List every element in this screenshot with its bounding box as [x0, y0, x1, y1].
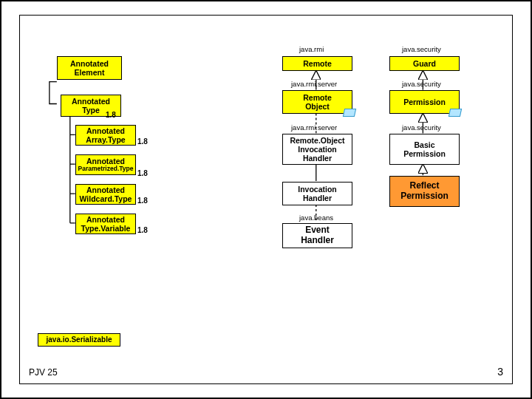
class-annotated-typevariable: AnnotatedType.Variable	[75, 214, 136, 234]
footer-right: 3	[497, 366, 503, 378]
version-typevar: 1.8	[137, 226, 148, 234]
pkg-java-beans: java.beans	[299, 214, 333, 222]
pkg-java-rmi: java.rmi	[299, 45, 324, 53]
slide-canvas: java.rmi java.security Remote Guard java…	[19, 15, 513, 384]
pkg-java-security3: java.security	[402, 123, 441, 132]
pkg-java-security: java.security	[402, 45, 441, 53]
class-reflect-permission: ReflectPermission	[389, 176, 460, 207]
param-sub: Parametrized.Type	[78, 166, 134, 173]
pkg-java-rmi-server: java.rmi.server	[291, 80, 337, 88]
class-basic-permission: BasicPermission	[389, 134, 460, 165]
class-serializable: java.io.Serializable	[38, 333, 120, 347]
pkg-java-security2: java.security	[402, 80, 441, 88]
class-remote-object: RemoteObject	[282, 90, 352, 114]
class-guard: Guard	[389, 56, 460, 71]
class-annotated-parametrizedtype: Annotated Parametrized.Type	[75, 154, 136, 175]
class-invocation-handler: InvocationHandler	[282, 182, 352, 205]
version-array: 1.8	[137, 137, 148, 146]
version-param: 1.8	[137, 169, 148, 177]
class-event-handler: EventHandler	[282, 223, 352, 248]
footer-left: PJV 25	[29, 367, 58, 378]
pkg-java-rmi-server2: java.rmi.server	[291, 123, 337, 132]
version-wildcard: 1.8	[137, 197, 148, 205]
class-annotated-wildcardtype: AnnotatedWildcard.Type	[75, 184, 136, 205]
class-annotated-arraytype: AnnotatedArray.Type	[75, 125, 136, 146]
class-remote: Remote	[282, 56, 352, 71]
stereotype-icon	[343, 109, 356, 117]
class-annotated-element: AnnotatedElement	[57, 56, 122, 80]
stereotype-icon	[449, 109, 462, 117]
class-roih: Remote.ObjectInvocationHandler	[282, 134, 352, 165]
version-type: 1.8	[106, 111, 116, 119]
